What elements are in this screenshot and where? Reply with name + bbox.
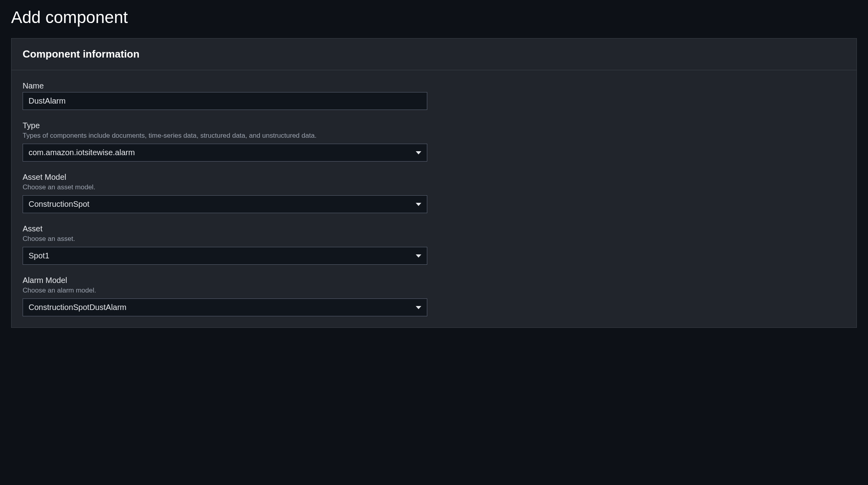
- name-label: Name: [23, 81, 845, 90]
- type-select[interactable]: com.amazon.iotsitewise.alarm: [23, 144, 427, 162]
- name-input[interactable]: [23, 92, 427, 110]
- type-field-group: Type Types of components include documen…: [23, 121, 845, 162]
- panel-header: Component information: [12, 38, 856, 70]
- panel-body: Name Type Types of components include do…: [12, 70, 856, 327]
- asset-select[interactable]: Spot1: [23, 247, 427, 265]
- panel-title: Component information: [23, 48, 845, 60]
- caret-down-icon: [416, 151, 421, 154]
- type-hint: Types of components include documents, t…: [23, 132, 845, 140]
- asset-model-select-value: ConstructionSpot: [29, 200, 411, 209]
- alarm-model-field-group: Alarm Model Choose an alarm model. Const…: [23, 276, 845, 316]
- alarm-model-label: Alarm Model: [23, 276, 845, 285]
- page-title: Add component: [11, 8, 860, 27]
- asset-model-field-group: Asset Model Choose an asset model. Const…: [23, 173, 845, 213]
- name-field-group: Name: [23, 81, 845, 110]
- asset-label: Asset: [23, 224, 845, 233]
- asset-select-value: Spot1: [29, 251, 411, 260]
- alarm-model-hint: Choose an alarm model.: [23, 287, 845, 294]
- asset-model-label: Asset Model: [23, 173, 845, 182]
- caret-down-icon: [416, 306, 421, 309]
- asset-model-hint: Choose an asset model.: [23, 183, 845, 191]
- type-select-value: com.amazon.iotsitewise.alarm: [29, 148, 411, 157]
- caret-down-icon: [416, 203, 421, 206]
- asset-field-group: Asset Choose an asset. Spot1: [23, 224, 845, 265]
- alarm-model-select[interactable]: ConstructionSpotDustAlarm: [23, 298, 427, 316]
- caret-down-icon: [416, 254, 421, 258]
- alarm-model-select-value: ConstructionSpotDustAlarm: [29, 303, 411, 312]
- component-information-panel: Component information Name Type Types of…: [11, 38, 857, 328]
- type-label: Type: [23, 121, 845, 130]
- asset-model-select[interactable]: ConstructionSpot: [23, 195, 427, 213]
- asset-hint: Choose an asset.: [23, 235, 845, 243]
